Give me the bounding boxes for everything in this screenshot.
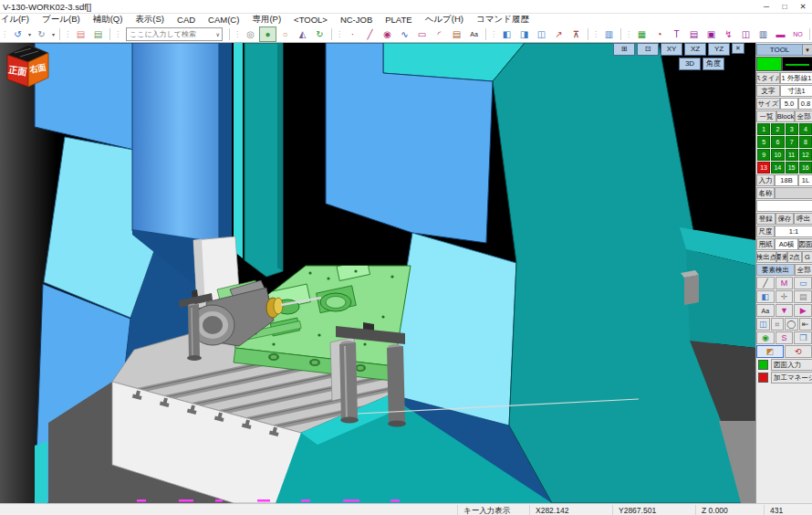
- layer-tile-7[interactable]: 7: [786, 136, 798, 148]
- search-input[interactable]: ここに入力して検索∨: [126, 27, 223, 41]
- no-cad-icon[interactable]: NO: [790, 27, 806, 41]
- redo-button-caret[interactable]: ▾: [50, 31, 57, 37]
- menu-item-9[interactable]: NC-JOB: [334, 15, 379, 25]
- list-button[interactable]: 一覧: [756, 110, 776, 122]
- play-icon[interactable]: ▶: [794, 304, 812, 317]
- recall-button[interactable]: 呼出: [794, 213, 812, 225]
- layer-tile-3[interactable]: 3: [786, 123, 798, 135]
- line-tool-icon[interactable]: ╱: [362, 27, 378, 41]
- print-view-icon[interactable]: ⊡: [637, 43, 659, 56]
- rotate-green-icon[interactable]: ◉: [756, 331, 775, 344]
- deburr-tool-icon[interactable]: ↯: [721, 27, 736, 41]
- view-tool-icon[interactable]: ⊞: [613, 43, 635, 56]
- menu-item-6[interactable]: CAM(C): [202, 15, 245, 25]
- block-button[interactable]: Block: [776, 110, 795, 122]
- menu-item-5[interactable]: CAD: [171, 15, 202, 25]
- panel-header-tool[interactable]: TOOL: [756, 44, 803, 56]
- nc-remove-icon[interactable]: ▬: [773, 27, 788, 41]
- redo-button[interactable]: ↻: [34, 27, 49, 41]
- maximize-button[interactable]: □: [776, 0, 794, 13]
- m-curve-icon[interactable]: M: [776, 277, 794, 289]
- text-aa-icon[interactable]: Aa: [756, 304, 775, 317]
- detect-2pt-button[interactable]: 2点: [787, 251, 802, 263]
- point-snap-icon[interactable]: ✛: [776, 290, 794, 303]
- layer-tile-14[interactable]: 14: [771, 162, 784, 173]
- rectangle-tool-icon[interactable]: ▭: [414, 27, 430, 41]
- translucent-view-icon[interactable]: ○: [277, 27, 293, 41]
- press-axis-icon[interactable]: ⊼: [568, 27, 584, 41]
- spline-tool-icon[interactable]: ∿: [397, 27, 412, 41]
- menu-item-10[interactable]: PLATE: [379, 15, 418, 25]
- menu-item-12[interactable]: コマンド履歴: [470, 14, 536, 26]
- element-all-button[interactable]: 全部: [795, 264, 812, 276]
- film-icon[interactable]: ▤: [794, 290, 812, 303]
- layer-tile-6[interactable]: 6: [771, 136, 784, 148]
- machine-sim-icon[interactable]: ▦: [634, 27, 650, 41]
- hatch-tool-icon[interactable]: ▤: [449, 27, 464, 41]
- name-field[interactable]: [775, 187, 812, 199]
- copy-entity-icon[interactable]: ◧: [499, 27, 515, 41]
- active-color-swatch[interactable]: [756, 57, 782, 71]
- char-select[interactable]: 寸法1: [780, 85, 812, 97]
- sketch-line-icon[interactable]: ╱: [756, 277, 775, 289]
- detect-element-button[interactable]: 要素: [776, 251, 787, 263]
- pan-back-icon[interactable]: ⇤: [799, 318, 812, 331]
- drawing-input-button[interactable]: 図面入力: [771, 359, 812, 371]
- viewport-3d[interactable]: ⊞⊡XYXZYZ✕ 3D角度 正面 右面: [0, 43, 755, 503]
- all-button[interactable]: 全部: [795, 110, 812, 122]
- tool-block-icon[interactable]: ◫: [738, 27, 754, 41]
- panel-header-dropdown-icon[interactable]: ▼: [803, 44, 812, 56]
- color-cube-icon[interactable]: ◩: [756, 345, 784, 358]
- document-stack-icon[interactable]: ▥: [755, 27, 771, 41]
- arc-tool-icon[interactable]: ◜: [432, 27, 447, 41]
- point-tool-icon[interactable]: ·: [345, 27, 360, 41]
- solid-cube-icon[interactable]: ◧: [756, 290, 775, 303]
- stamp-entity-icon[interactable]: ◫: [534, 27, 549, 41]
- layout-icon[interactable]: ▥: [601, 27, 617, 41]
- layer-tile-4[interactable]: 4: [799, 123, 812, 135]
- menu-item-3[interactable]: 補助(Q): [87, 14, 130, 26]
- line-style-preview[interactable]: [782, 57, 812, 71]
- tool-pie-icon[interactable]: ◔: [651, 27, 667, 41]
- paper-mode-button[interactable]: 図面: [798, 238, 812, 250]
- view-xz-button[interactable]: XZ: [684, 43, 706, 56]
- element-detect-button[interactable]: 要素検出: [756, 264, 795, 276]
- view-yz-button[interactable]: YZ: [708, 43, 730, 56]
- register-button[interactable]: 登録: [756, 213, 776, 225]
- monitor-icon[interactable]: ▭: [794, 277, 812, 289]
- undo-button-caret[interactable]: ▾: [26, 31, 33, 37]
- red-rotate-icon[interactable]: ⟲: [785, 345, 812, 358]
- layer-tile-8[interactable]: 8: [799, 136, 812, 148]
- drawing-input-swatch[interactable]: [758, 360, 768, 370]
- tool-post-icon[interactable]: T: [669, 27, 684, 41]
- s-curve-icon[interactable]: S: [776, 331, 794, 344]
- structure-tree-pink-icon[interactable]: ▤: [73, 27, 88, 41]
- layer-tile-12[interactable]: 12: [799, 149, 812, 161]
- menu-item-2[interactable]: ブール(B): [36, 14, 87, 26]
- menu-item-11[interactable]: ヘルプ(H): [419, 14, 470, 26]
- clipboard-icon[interactable]: ◫: [756, 318, 770, 331]
- input-select-1[interactable]: 18B: [775, 174, 798, 186]
- menu-item-8[interactable]: <TOOL>: [287, 15, 334, 25]
- view-xy-button[interactable]: XY: [661, 43, 682, 56]
- wireframe-view-icon[interactable]: ◎: [243, 27, 258, 41]
- size-select-1[interactable]: 5.0: [780, 98, 798, 110]
- paper-select[interactable]: A0横: [775, 238, 798, 250]
- box-blue-icon[interactable]: ❒: [794, 331, 812, 344]
- input-select-2[interactable]: 1L: [798, 174, 812, 186]
- layer-tile-2[interactable]: 2: [771, 123, 784, 135]
- menu-item-7[interactable]: 専用(P): [245, 14, 287, 26]
- search-dropdown-icon[interactable]: ∨: [216, 31, 222, 37]
- machining-manager-swatch[interactable]: [758, 373, 768, 383]
- style-select[interactable]: 1 外形線1: [780, 72, 812, 84]
- nc-edit-icon[interactable]: ▣: [703, 27, 719, 41]
- duplicate-entity-icon[interactable]: ◨: [516, 27, 532, 41]
- layer-tile-13[interactable]: 13: [757, 162, 770, 173]
- text-tool-icon[interactable]: Aa: [466, 27, 482, 41]
- view-angle-button[interactable]: 角度: [703, 58, 724, 70]
- layer-tile-16[interactable]: 16: [799, 162, 812, 173]
- view-3d-button[interactable]: 3D: [679, 58, 701, 70]
- scale-field[interactable]: 1:1: [775, 226, 812, 237]
- fit-view-icon[interactable]: ⌗: [771, 318, 785, 331]
- view-cube[interactable]: 正面 右面: [0, 43, 51, 90]
